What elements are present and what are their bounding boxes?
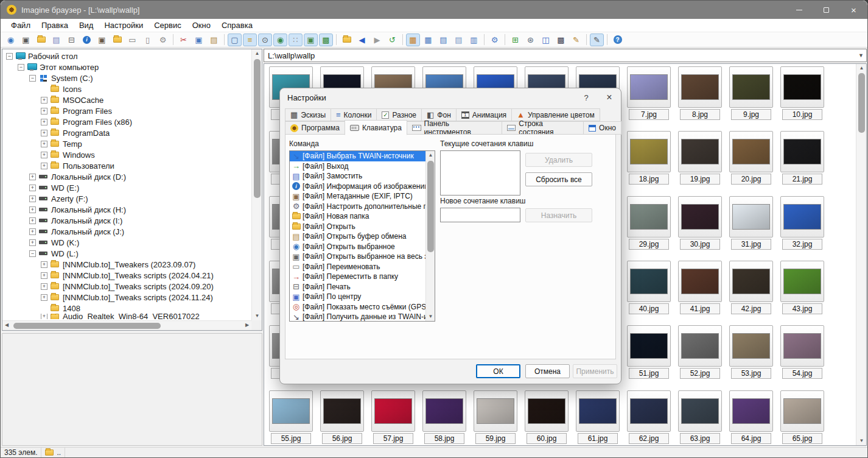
address-dropdown-icon[interactable]: ▼ xyxy=(856,52,866,58)
forward-button[interactable]: ▶ xyxy=(370,33,384,46)
tree-expander[interactable]: + xyxy=(41,130,47,136)
thumbnail-image-frame[interactable] xyxy=(780,261,824,302)
thumbnail-image-frame[interactable] xyxy=(678,390,722,432)
tree-expander[interactable]: + xyxy=(41,314,47,319)
tree-item[interactable]: +MSOCache xyxy=(2,94,251,105)
thumbnail-cell[interactable]: 42.jpg xyxy=(729,261,773,314)
tree-item[interactable]: +Program Files (x86) xyxy=(2,116,251,127)
thumbnail-cell[interactable]: 21.jpg xyxy=(780,131,824,185)
thumbnail-image-frame[interactable] xyxy=(576,390,620,432)
info-button[interactable]: i xyxy=(80,33,94,46)
tree-expander[interactable]: + xyxy=(41,294,47,301)
help-button[interactable]: ? xyxy=(611,33,625,46)
command-list-scroll-thumb[interactable] xyxy=(427,161,434,252)
delete-button[interactable]: ▯ xyxy=(141,33,155,46)
view-thumbnails-button[interactable]: ▦ xyxy=(406,33,420,46)
thumbnail-image-frame[interactable] xyxy=(780,196,824,238)
thumbnail-cell[interactable]: 8.jpg xyxy=(678,66,722,120)
tree-expander[interactable]: + xyxy=(29,196,36,202)
thumbnail-cell[interactable]: 54.jpg xyxy=(780,325,824,379)
thumbs-scroll-thumb[interactable] xyxy=(858,73,865,133)
tree-expander[interactable]: + xyxy=(41,283,47,290)
thumbnail-image-frame[interactable] xyxy=(729,390,773,432)
tree-item[interactable]: +[NNMClub.to]_Tweakers (2023.09.07) xyxy=(2,259,251,270)
settings-button[interactable]: ⚙ xyxy=(156,33,170,46)
open-folder-button[interactable] xyxy=(34,33,48,46)
tab-program[interactable]: Программа xyxy=(285,121,345,135)
command-item[interactable]: [Файл] Открыть xyxy=(290,222,425,232)
thumbnail-image-frame[interactable] xyxy=(269,390,313,432)
command-item[interactable]: ▣[Файл] Открыть выбранное на весь экр xyxy=(290,252,425,262)
scroll-left-icon[interactable]: ◀ xyxy=(2,321,11,329)
capture-button[interactable]: ◫ xyxy=(539,33,553,46)
tree-item[interactable]: +Audio_Realtek_Win8-64_VER6017022 xyxy=(2,314,251,319)
scroll-up-icon[interactable]: ▲ xyxy=(426,151,435,160)
panel-preview-button[interactable]: ◉ xyxy=(273,33,287,46)
tree-expander[interactable]: − xyxy=(6,53,13,60)
thumbnail-image-frame[interactable] xyxy=(627,325,671,367)
tree-horizontal-scrollbar[interactable]: ◀ ▶ xyxy=(2,320,251,330)
thumbnail-cell[interactable]: 56.jpg xyxy=(320,390,364,444)
command-item[interactable]: ⊟[Файл] Печать xyxy=(290,282,425,292)
thumbnail-image-frame[interactable] xyxy=(678,196,722,238)
delete-button[interactable]: Удалить xyxy=(525,153,592,167)
tree-scroll-thumb[interactable] xyxy=(254,59,261,198)
thumbnail-image-frame[interactable] xyxy=(678,131,722,172)
thumbnail-cell[interactable]: 63.jpg xyxy=(678,390,722,444)
thumbnail-cell[interactable]: 53.jpg xyxy=(729,325,773,379)
menu-правка[interactable]: Правка xyxy=(36,19,74,31)
tree-item[interactable]: +Program Files xyxy=(2,105,251,116)
tree-expander[interactable]: + xyxy=(41,141,47,147)
command-item[interactable]: ▤[Файл] Замостить xyxy=(290,171,425,181)
thumbnail-cell[interactable]: 9.jpg xyxy=(729,66,773,120)
tree-expander[interactable]: + xyxy=(41,97,47,104)
view-tiles-button[interactable]: ▦ xyxy=(421,33,435,46)
command-item[interactable]: ▤[Файл] Открыть буфер обмена xyxy=(290,231,425,242)
tree-item[interactable]: −Рабочий стол xyxy=(2,51,251,62)
thumbnail-cell[interactable]: 18.jpg xyxy=(627,131,671,185)
command-item[interactable]: ⚙[Файл] Настроить дополнительные прог xyxy=(290,202,425,212)
command-item[interactable]: →[Файл] Выход xyxy=(290,161,425,172)
refresh-button[interactable]: ↺ xyxy=(385,33,399,46)
menu-справка[interactable]: Справка xyxy=(216,19,258,31)
dialog-help-button[interactable]: ? xyxy=(575,88,598,107)
tree-item[interactable]: +ProgramData xyxy=(2,127,251,138)
paste-button[interactable]: ▤ xyxy=(207,33,221,46)
thumbnail-image-frame[interactable] xyxy=(371,390,415,432)
menu-сервис[interactable]: Сервис xyxy=(149,19,187,31)
scroll-right-icon[interactable]: ▶ xyxy=(243,321,251,329)
dialog-close-button[interactable]: × xyxy=(598,88,621,107)
thumbnail-image-frame[interactable] xyxy=(780,131,824,172)
thumbnail-image-frame[interactable] xyxy=(780,390,824,432)
tree-expander[interactable]: + xyxy=(41,272,47,279)
view-list-button[interactable]: ▤ xyxy=(452,33,466,46)
thumbnail-cell[interactable]: 57.jpg xyxy=(371,390,415,444)
thumbnail-image-frame[interactable] xyxy=(678,261,722,302)
tree-item[interactable]: −WD (L:) xyxy=(2,248,251,259)
tree-item[interactable]: +Локальный диск (I:) xyxy=(2,215,251,226)
tree-item[interactable]: +Локальный диск (H:) xyxy=(2,204,251,215)
tree-item[interactable]: +Azerty (F:) xyxy=(2,193,251,204)
thumbnail-cell[interactable]: 52.jpg xyxy=(678,325,722,379)
thumbnail-cell[interactable]: 51.jpg xyxy=(627,325,671,379)
tree-expander[interactable]: + xyxy=(41,152,47,158)
command-item[interactable]: →[Файл] Переместить в папку xyxy=(290,272,425,282)
panel-clock-button[interactable]: ⊙ xyxy=(258,33,272,46)
cut-button[interactable]: ✂ xyxy=(177,33,191,46)
tab-keyboard[interactable]: Клавиатура xyxy=(345,120,407,135)
thumbnail-image-frame[interactable] xyxy=(780,325,824,367)
thumbnail-image-frame[interactable] xyxy=(678,325,722,367)
thumbnail-image-frame[interactable] xyxy=(627,131,671,172)
tab-statusbar[interactable]: Строка состояния xyxy=(502,121,584,135)
thumbnail-cell[interactable]: 31.jpg xyxy=(729,196,773,250)
tree-item[interactable]: −System (C:) xyxy=(2,72,251,83)
tree-item[interactable]: Icons xyxy=(2,83,251,94)
thumbnail-image-frame[interactable] xyxy=(627,66,671,108)
up-directory-cell[interactable]: .. xyxy=(41,448,65,457)
folder-up-button[interactable] xyxy=(340,33,354,46)
panel-images-button[interactable]: ▩ xyxy=(319,33,333,46)
tree-expander[interactable]: − xyxy=(29,75,36,82)
scroll-up-icon[interactable]: ▲ xyxy=(856,64,867,72)
thumbnail-cell[interactable]: 40.jpg xyxy=(627,261,671,314)
film-edit-button[interactable]: ✎ xyxy=(569,33,583,46)
